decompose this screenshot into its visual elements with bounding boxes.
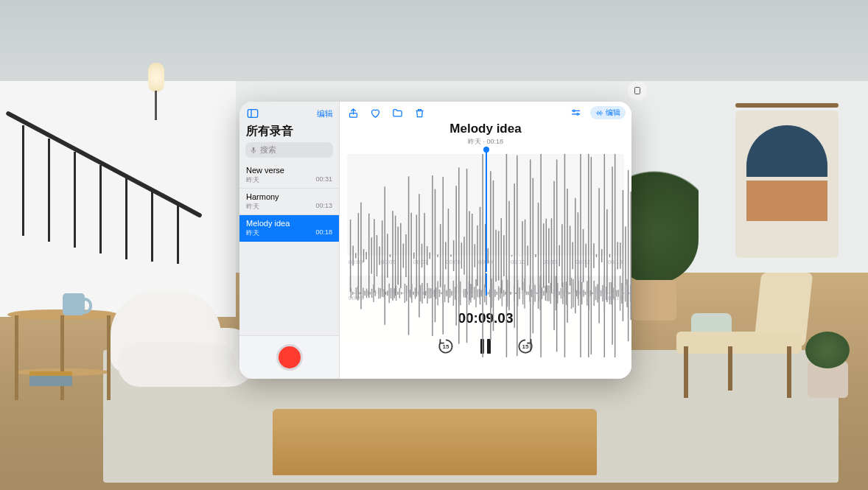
- recording-title: Melody idea: [340, 122, 631, 136]
- trash-icon[interactable]: [412, 105, 427, 120]
- share-icon[interactable]: [346, 105, 360, 120]
- item-duration: 00:31: [315, 175, 332, 185]
- voice-memos-window: 编辑 所有录音 搜索 New verse昨天00:31Harmony昨天00:1…: [239, 102, 631, 379]
- armchair-left: [103, 291, 251, 409]
- skip-forward-button[interactable]: 15: [516, 337, 535, 356]
- armchair-right: [662, 273, 824, 405]
- edit-pill-label: 编辑: [606, 108, 620, 118]
- detail-pane: 编辑 Melody idea 昨天 · 00:18 00:0500:0600:0…: [340, 102, 631, 379]
- folder-icon[interactable]: [390, 105, 405, 120]
- mug: [63, 293, 85, 315]
- item-date: 昨天: [246, 175, 259, 185]
- search-input[interactable]: 搜索: [245, 142, 333, 158]
- svg-point-7: [573, 110, 575, 112]
- stair-railing: [7, 103, 228, 228]
- list-item[interactable]: Melody idea昨天00:18: [239, 215, 339, 242]
- recording-subtitle: 昨天 · 00:18: [340, 137, 631, 147]
- overview-cursor[interactable]: [486, 273, 487, 295]
- window-control-icon[interactable]: [628, 81, 647, 100]
- edit-recording-button[interactable]: 编辑: [590, 106, 626, 119]
- list-item[interactable]: Harmony昨天00:13: [239, 189, 339, 215]
- skip-back-button[interactable]: 15: [436, 337, 455, 356]
- overview-scrubber[interactable]: [349, 276, 623, 293]
- sidebar-toggle-icon[interactable]: [245, 106, 260, 121]
- search-placeholder: 搜索: [260, 144, 276, 155]
- item-date: 昨天: [246, 202, 259, 211]
- ceiling: [0, 0, 868, 88]
- side-table: [7, 309, 118, 405]
- item-title: Harmony: [246, 192, 332, 201]
- item-title: New verse: [246, 166, 332, 175]
- small-planter: [802, 339, 853, 398]
- item-duration: 00:13: [315, 202, 332, 211]
- item-title: Melody idea: [246, 219, 332, 228]
- wall-sconce: [144, 63, 173, 122]
- wall-art: [735, 111, 839, 258]
- svg-rect-3: [253, 147, 255, 150]
- recordings-list: New verse昨天00:31Harmony昨天00:13Melody ide…: [239, 162, 339, 335]
- list-item[interactable]: New verse昨天00:31: [239, 162, 339, 189]
- sidebar-title: 所有录音: [239, 122, 339, 142]
- mic-icon: [250, 147, 257, 154]
- favorite-icon[interactable]: [368, 105, 382, 120]
- books: [29, 376, 72, 386]
- svg-rect-0: [635, 88, 640, 94]
- svg-point-9: [576, 113, 578, 115]
- item-date: 昨天: [246, 228, 259, 238]
- item-duration: 00:18: [315, 228, 332, 238]
- sidebar-edit-button[interactable]: 编辑: [317, 108, 333, 119]
- record-bar: [239, 335, 339, 379]
- svg-rect-1: [248, 110, 257, 118]
- waveform-scrubber[interactable]: [347, 154, 624, 256]
- record-button[interactable]: [276, 344, 303, 371]
- options-icon[interactable]: [568, 105, 583, 120]
- wall-art-rod: [735, 103, 839, 108]
- playhead[interactable]: [486, 150, 487, 272]
- sidebar: 编辑 所有录音 搜索 New verse昨天00:31Harmony昨天00:1…: [239, 102, 340, 379]
- waveform-icon: [595, 109, 603, 117]
- coffee-table: [273, 409, 597, 475]
